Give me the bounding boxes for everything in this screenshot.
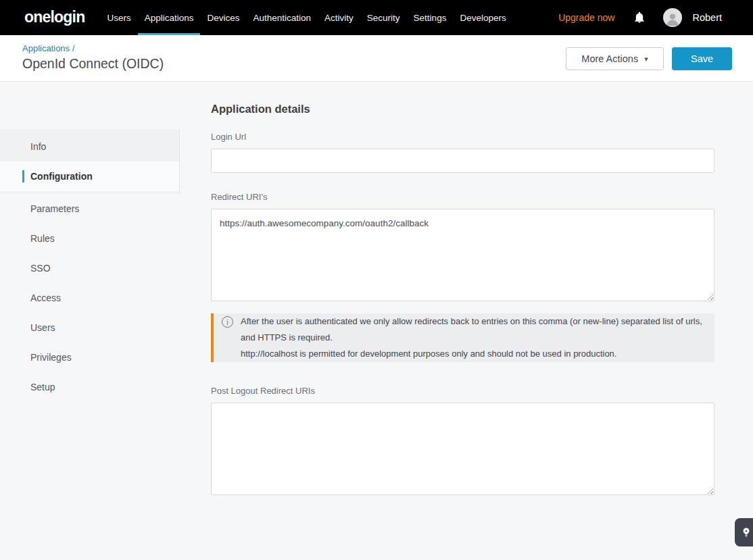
- navbar-right-cluster: Upgrade now Robert: [558, 8, 753, 27]
- redirect-uris-textarea[interactable]: https://auth.awesomecompany.com/oauth2/c…: [211, 209, 714, 301]
- onelogin-logo[interactable]: onelogin: [24, 0, 84, 34]
- sidebar-item-sso[interactable]: SSO: [0, 253, 180, 283]
- post-logout-redirect-uris-field: [211, 403, 714, 495]
- nav-item-applications[interactable]: Applications: [138, 0, 201, 35]
- sidebar-item-access[interactable]: Access: [0, 283, 180, 313]
- info-note-text: After the user is authenticated we only …: [241, 313, 705, 362]
- redirect-uris-field: https://auth.awesomecompany.com/oauth2/c…: [211, 209, 714, 301]
- user-menu[interactable]: Robert: [692, 12, 722, 23]
- post-logout-redirect-uris-label: Post Logout Redirect URIs: [211, 386, 714, 396]
- redirect-uris-label: Redirect URI's: [211, 192, 714, 202]
- lightbulb-icon: [741, 527, 752, 538]
- nav-item-users[interactable]: Users: [100, 0, 137, 35]
- sidebar-item-users[interactable]: Users: [0, 313, 180, 342]
- chevron-down-icon: ▾: [644, 55, 648, 63]
- onelogin-admin-screen: onelogin Users Applications Devices Auth…: [0, 0, 753, 560]
- sidebar-spacer: [0, 82, 180, 129]
- app-settings-sidebar: Info Configuration Parameters Rules SSO …: [0, 82, 180, 402]
- save-button[interactable]: Save: [672, 47, 732, 70]
- info-note-line-1: After the user is authenticated we only …: [241, 313, 705, 346]
- info-icon: i: [222, 316, 233, 328]
- sidebar-item-configuration[interactable]: Configuration: [0, 161, 179, 191]
- nav-item-authentication[interactable]: Authentication: [247, 0, 318, 35]
- upgrade-now-link[interactable]: Upgrade now: [558, 12, 614, 23]
- redirect-uris-info-note: i After the user is authenticated we onl…: [211, 313, 714, 362]
- nav-item-devices[interactable]: Devices: [200, 0, 246, 35]
- post-logout-redirect-uris-textarea[interactable]: [211, 403, 714, 495]
- header-actions: More Actions ▾ Save: [566, 47, 732, 70]
- section-title: Application details: [211, 103, 714, 116]
- info-note-line-2: http://localhost is permitted for develo…: [241, 346, 705, 362]
- sidebar-item-info[interactable]: Info: [0, 132, 179, 161]
- user-avatar[interactable]: [663, 8, 682, 27]
- breadcrumb[interactable]: Applications /: [22, 43, 74, 53]
- login-url-input[interactable]: [211, 149, 714, 173]
- sidebar-item-parameters[interactable]: Parameters: [0, 194, 180, 224]
- sidebar-active-section: Info Configuration: [0, 129, 180, 194]
- primary-nav: Users Applications Devices Authenticatio…: [100, 0, 512, 35]
- nav-item-security[interactable]: Security: [360, 0, 407, 35]
- more-actions-label: More Actions: [581, 53, 638, 64]
- notification-bell-icon[interactable]: [633, 11, 646, 24]
- login-url-label: Login Url: [211, 132, 714, 142]
- sidebar-item-privileges[interactable]: Privileges: [0, 342, 180, 372]
- sidebar-item-setup[interactable]: Setup: [0, 372, 180, 402]
- save-label: Save: [691, 53, 713, 64]
- more-actions-button[interactable]: More Actions ▾: [566, 47, 664, 70]
- feedback-button[interactable]: [735, 518, 753, 546]
- nav-item-settings[interactable]: Settings: [407, 0, 454, 35]
- sidebar-item-rules[interactable]: Rules: [0, 224, 180, 253]
- nav-item-developers[interactable]: Developers: [453, 0, 512, 35]
- configuration-form: Application details Login Url Redirect U…: [211, 82, 714, 495]
- top-navbar: onelogin Users Applications Devices Auth…: [0, 0, 753, 35]
- nav-item-activity[interactable]: Activity: [318, 0, 360, 35]
- page-header: Applications / OpenId Connect (OIDC) Mor…: [0, 35, 753, 82]
